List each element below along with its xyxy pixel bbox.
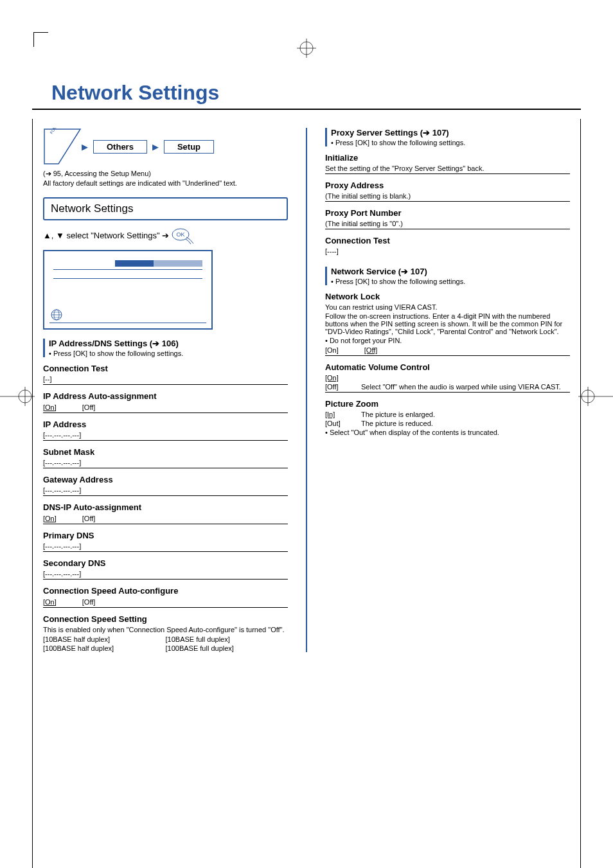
- setting-title: Primary DNS: [43, 531, 288, 541]
- option: [100BASE half duplex]: [43, 644, 166, 652]
- setting-note: • Select "Out" when display of the conte…: [325, 429, 570, 436]
- setting-secondary-dns: Secondary DNS [---.---.---.---]: [43, 558, 288, 580]
- option-on: [On]: [43, 598, 57, 606]
- setting-desc: You can restrict using VIERA CAST.: [325, 303, 570, 311]
- option-desc: Select "Off" when the audio is warped wh…: [361, 383, 570, 391]
- ip-dns-settings-heading: IP Address/DNS Settings (➔ 106) • Press …: [43, 339, 288, 357]
- setting-title: Connection Test: [325, 236, 570, 246]
- option-off: [Off]: [364, 346, 378, 354]
- setting-title: Secondary DNS: [43, 558, 288, 569]
- option-out: [Out]: [325, 420, 357, 427]
- setting-title: Network Lock: [325, 292, 570, 302]
- option: [10BASE full duplex]: [166, 635, 289, 643]
- ip-dns-settings-title: IP Address/DNS Settings (➔ 106): [49, 339, 288, 348]
- setting-ip-auto: IP Address Auto-assignment [On] [Off]: [43, 391, 288, 413]
- option-in: [In]: [325, 411, 357, 418]
- setting-title: Connection Test: [43, 364, 288, 374]
- setting-desc: Set the setting of the "Proxy Server Set…: [325, 164, 570, 172]
- option-off: [Off]: [82, 515, 96, 522]
- right-column: Proxy Server Settings (➔ 107) • Press [O…: [325, 128, 570, 652]
- setting-gateway-address: Gateway Address [---.---.---.---]: [43, 475, 288, 496]
- setting-proxy-conn-test: Connection Test [----]: [325, 236, 570, 255]
- setting-value: [---.---.---.---]: [43, 542, 288, 550]
- setting-connection-test: Connection Test [--]: [43, 364, 288, 385]
- setting-ip-address: IP Address [---.---.---.---]: [43, 420, 288, 441]
- setting-desc: • Do not forget your PIN.: [325, 337, 570, 344]
- network-service-heading: Network Service (➔ 107) • Press [OK] to …: [325, 267, 570, 285]
- setting-speed-setting: Connection Speed Setting This is enabled…: [43, 614, 288, 652]
- setting-initialize: Initialize Set the setting of the "Proxy…: [325, 153, 570, 174]
- nav-instruction: ▲, ▼ select "Network Settings" ➔ OK: [43, 227, 288, 245]
- setting-title: IP Address Auto-assignment: [43, 391, 288, 402]
- collation-mark-left: [0, 387, 35, 406]
- proxy-settings-heading: Proxy Server Settings (➔ 107) • Press [O…: [325, 128, 570, 146]
- collation-mark-top: [297, 39, 316, 60]
- option-off: [Off]: [325, 383, 357, 391]
- globe-icon: [51, 309, 62, 321]
- setting-speed-auto: Connection Speed Auto-configure [On] [Of…: [43, 586, 288, 608]
- setting-title: Subnet Mask: [43, 447, 288, 457]
- setting-title: Proxy Port Number: [325, 208, 570, 218]
- svg-text:OK: OK: [177, 231, 185, 238]
- setting-desc: (The initial setting is blank.): [325, 192, 570, 200]
- setting-title: Proxy Address: [325, 181, 570, 191]
- option-on: [On]: [43, 403, 57, 411]
- press-ok-note: • Press [OK] to show the following setti…: [331, 278, 570, 285]
- setting-dns-auto: DNS-IP Auto-assignment [On] [Off]: [43, 502, 288, 524]
- setting-auto-volume-control: Automatic Volume Control [On] [Off] Sele…: [325, 362, 570, 393]
- collation-mark-right: [578, 387, 613, 406]
- column-divider: [306, 128, 307, 652]
- option-on: [On]: [43, 515, 57, 522]
- option: [100BASE full duplex]: [166, 644, 289, 652]
- page-title: Network Settings: [51, 81, 581, 105]
- crop-mark-top-left: [33, 32, 48, 47]
- setting-desc: Follow the on-screen instructions. Enter…: [325, 312, 570, 335]
- setup-menu-ref: (➔ 95, Accessing the Setup Menu): [43, 169, 288, 179]
- setting-title: Gateway Address: [43, 475, 288, 485]
- option-off: [Off]: [82, 403, 96, 411]
- press-ok-note: • Press [OK] to show the following setti…: [49, 350, 288, 357]
- setting-note: This is enabled only when "Connection Sp…: [43, 626, 288, 633]
- setting-value: [---.---.---.---]: [43, 570, 288, 578]
- option-off: [Off]: [82, 598, 96, 606]
- tv-screen-mock: [43, 250, 213, 330]
- setting-value: [---.---.---.---]: [43, 431, 288, 439]
- network-service-title: Network Service (➔ 107): [331, 267, 570, 276]
- left-column: FUNCTION MENU ▶ Others ▶ Setup (➔ 95, Ac…: [43, 128, 288, 652]
- setting-network-lock: Network Lock You can restrict using VIER…: [325, 292, 570, 356]
- option-desc: The picture is enlarged.: [361, 411, 570, 418]
- option-on: [On]: [325, 346, 339, 354]
- setting-desc: (The initial setting is "0".): [325, 220, 570, 227]
- setting-value: [----]: [325, 247, 570, 255]
- breadcrumb-setup: Setup: [164, 140, 214, 154]
- content-frame: FUNCTION MENU ▶ Others ▶ Setup (➔ 95, Ac…: [32, 119, 581, 868]
- function-menu-graphic: FUNCTION MENU ▶ Others ▶ Setup: [43, 128, 288, 165]
- setting-value: [---.---.---.---]: [43, 486, 288, 494]
- setting-proxy-port: Proxy Port Number (The initial setting i…: [325, 208, 570, 229]
- setting-proxy-address: Proxy Address (The initial setting is bl…: [325, 181, 570, 202]
- setting-value: [--]: [43, 375, 288, 383]
- ok-button-icon: OK: [172, 227, 197, 245]
- option-desc: The picture is reduced.: [361, 420, 570, 427]
- setting-title: Automatic Volume Control: [325, 362, 570, 373]
- option-on: [On]: [325, 374, 357, 382]
- setting-picture-zoom: Picture Zoom [In] The picture is enlarge…: [325, 399, 570, 436]
- option: [10BASE half duplex]: [43, 635, 166, 643]
- breadcrumb-arrow-icon: ▶: [82, 142, 88, 152]
- setting-primary-dns: Primary DNS [---.---.---.---]: [43, 531, 288, 552]
- setting-title: Connection Speed Auto-configure: [43, 586, 288, 596]
- setting-subnet-mask: Subnet Mask [---.---.---.---]: [43, 447, 288, 468]
- setting-title: Connection Speed Setting: [43, 614, 288, 624]
- title-underline: [32, 109, 581, 110]
- setting-title: IP Address: [43, 420, 288, 430]
- setting-value: [---.---.---.---]: [43, 459, 288, 466]
- breadcrumb-arrow-icon: ▶: [152, 142, 159, 152]
- proxy-settings-title: Proxy Server Settings (➔ 107): [331, 128, 570, 137]
- setting-title: Initialize: [325, 153, 570, 163]
- nav-instruction-text: ▲, ▼ select "Network Settings" ➔: [43, 231, 169, 240]
- section-heading-network-settings: Network Settings: [43, 197, 288, 220]
- breadcrumb-others: Others: [93, 140, 147, 154]
- setting-title: Picture Zoom: [325, 399, 570, 409]
- setting-title: DNS-IP Auto-assignment: [43, 502, 288, 513]
- default-settings-note: All factory default settings are indicat…: [43, 179, 288, 188]
